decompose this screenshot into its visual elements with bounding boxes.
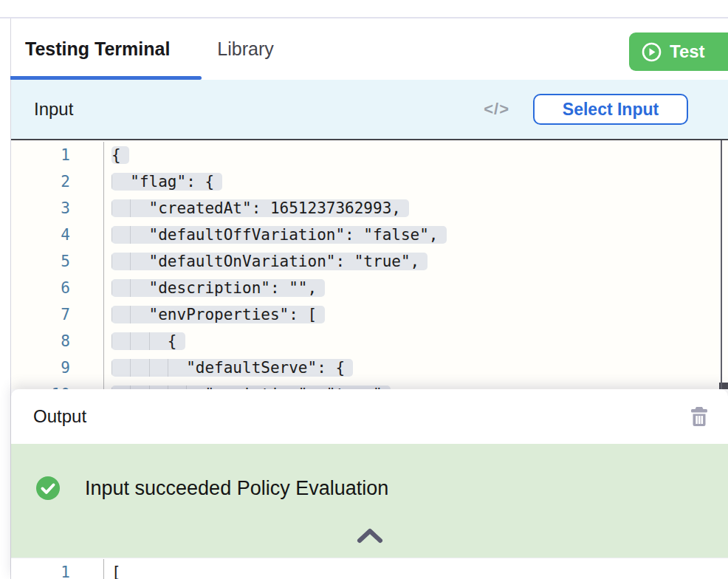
input-code-editor[interactable]: 1 { 2 "flag": { 3 "createdAt": 165123736… <box>11 139 728 389</box>
input-title: Input <box>34 99 73 120</box>
chevron-up-icon[interactable] <box>354 527 386 544</box>
code-line: 1 { <box>11 142 728 168</box>
test-button-label: Test <box>670 41 705 62</box>
line-number: 4 <box>11 222 104 248</box>
output-section-header: Output <box>11 389 728 444</box>
line-number: 2 <box>11 168 104 195</box>
code-line: 9 "defaultServe": { <box>11 354 728 381</box>
play-icon <box>642 42 662 62</box>
line-number: 5 <box>11 248 104 275</box>
editor-scrollbar-corner[interactable] <box>719 383 728 389</box>
code-text: "defaultOffVariation": "false", <box>111 226 447 244</box>
code-line: 2 "flag": { <box>11 168 728 195</box>
line-number: 3 <box>11 195 104 222</box>
output-panel: Output Input succeeded Policy Evaluation <box>11 389 728 579</box>
code-line: 6 "description": "", <box>11 275 728 301</box>
code-text: "defaultOnVariation": "true", <box>111 253 427 270</box>
line-number: 10 <box>11 381 104 389</box>
line-number: 9 <box>11 354 104 381</box>
line-number: 7 <box>11 301 104 328</box>
line-number: 8 <box>11 328 104 354</box>
code-text: { <box>111 332 185 350</box>
success-check-icon <box>35 476 61 501</box>
tab-bar: Testing Terminal Library <box>11 18 728 80</box>
code-text: "description": "", <box>111 279 325 297</box>
trash-icon[interactable] <box>688 405 710 428</box>
code-text: "createdAt": 1651237362993, <box>111 199 409 217</box>
tab-testing-terminal[interactable]: Testing Terminal <box>25 38 170 60</box>
line-number: 6 <box>11 275 104 301</box>
code-line: 8 { <box>11 328 728 354</box>
line-number: 1 <box>11 559 104 579</box>
code-line: 7 "envProperties": [ <box>11 301 728 328</box>
code-line: 1 [ <box>11 559 728 579</box>
code-line: 5 "defaultOnVariation": "true", <box>11 248 728 275</box>
code-line: 10 "variation": "true" <box>11 381 728 389</box>
code-text: "defaultServe": { <box>111 359 353 377</box>
code-text: "flag": { <box>111 173 222 191</box>
code-line: 4 "defaultOffVariation": "false", <box>11 222 728 248</box>
code-text: [ <box>111 563 121 579</box>
output-title: Output <box>33 406 86 427</box>
code-view-icon[interactable]: </> <box>484 100 509 119</box>
select-input-button[interactable]: Select Input <box>533 94 688 125</box>
success-banner: Input succeeded Policy Evaluation <box>11 444 728 558</box>
line-number: 1 <box>11 142 104 168</box>
code-text: { <box>111 146 129 164</box>
code-line: 3 "createdAt": 1651237362993, <box>11 195 728 222</box>
input-section-header: Input </> Select Input <box>11 80 728 139</box>
test-button[interactable]: Test <box>629 32 728 71</box>
success-message: Input succeeded Policy Evaluation <box>85 477 388 500</box>
tab-library[interactable]: Library <box>217 38 273 60</box>
output-code-editor[interactable]: 1 [ <box>11 558 728 579</box>
code-text: "envProperties": [ <box>111 306 325 323</box>
